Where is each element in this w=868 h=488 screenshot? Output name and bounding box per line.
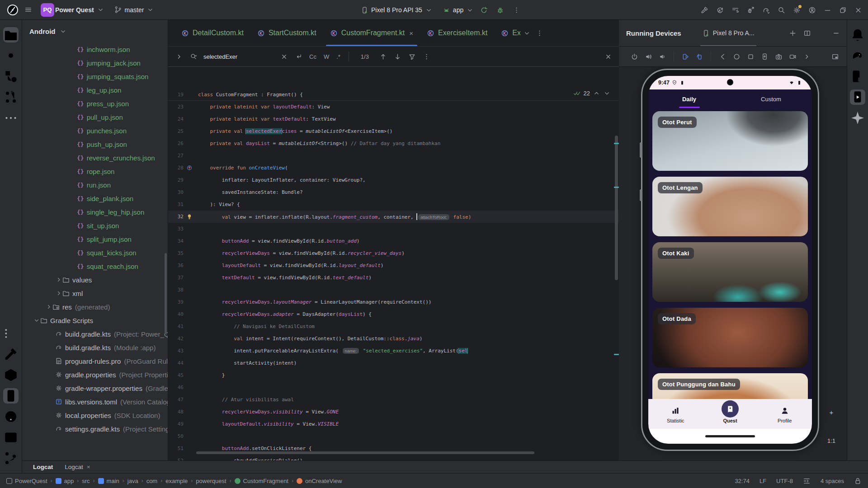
code-line[interactable]: 48recyclerViewDays.visibility = View.GON… <box>168 406 619 418</box>
chevron-right-icon[interactable] <box>55 290 62 297</box>
home-icon[interactable] <box>730 50 743 63</box>
code-line[interactable]: 33 <box>168 223 619 235</box>
rerun-button[interactable] <box>477 4 490 16</box>
tool-notifications[interactable] <box>850 27 865 42</box>
tree-item[interactable]: {}jumping_squats.json <box>22 70 168 83</box>
editor-tab-Ex[interactable]: Ex <box>494 20 520 46</box>
code-line[interactable]: 45} <box>168 369 619 381</box>
search-icon[interactable] <box>775 4 788 16</box>
project-scrollbar[interactable] <box>165 253 167 334</box>
breadcrumb-item[interactable]: onCreateView <box>297 478 342 484</box>
code-line[interactable]: 49layoutDefault.visibility = View.VISIBL… <box>168 418 619 430</box>
tree-item[interactable]: {}split_jump.json <box>22 232 168 246</box>
tree-item[interactable]: build.gradle.kts(Project: Power_Quest) <box>22 327 168 341</box>
window-restore-icon[interactable] <box>836 4 849 16</box>
tool-project-folder[interactable] <box>3 27 19 42</box>
editor-tab-DetailCustom.kt[interactable]: DetailCustom.kt <box>175 20 250 46</box>
code-line[interactable]: 23private lateinit var layoutDefault: Vi… <box>168 101 619 113</box>
chevron-right-icon[interactable] <box>55 276 62 283</box>
tool-gradle[interactable] <box>850 48 865 63</box>
clear-search-icon[interactable] <box>278 50 290 63</box>
zoom-in-button[interactable]: + <box>825 405 838 419</box>
code-line[interactable]: 42val intent = Intent(requireContext(), … <box>168 333 619 345</box>
tree-item[interactable]: {}side_plank.json <box>22 192 168 205</box>
code-line[interactable]: 46 <box>168 381 619 394</box>
tree-item[interactable]: {}jumping_jack.json <box>22 56 168 70</box>
back-icon[interactable] <box>716 50 729 63</box>
app-tab-Daily[interactable]: Daily <box>648 96 730 103</box>
match-case-toggle[interactable]: Cc <box>307 52 319 61</box>
chevron-down-icon[interactable] <box>33 317 40 324</box>
exercise-card[interactable]: Otot Perut <box>652 111 808 171</box>
main-menu-icon[interactable] <box>22 4 34 16</box>
tool-commit[interactable] <box>3 48 19 63</box>
breadcrumb-item[interactable]: CustomFragment <box>235 478 288 484</box>
split-window-icon[interactable] <box>801 27 813 39</box>
chevron-right-icon[interactable] <box>800 50 813 63</box>
tree-item[interactable]: {}rope.json <box>22 164 168 178</box>
more-kebab-icon[interactable] <box>510 4 523 16</box>
phone-screen[interactable]: 9:47 DailyCustom Otot PerutOtot LenganOt… <box>648 76 812 444</box>
tool-dependencies[interactable] <box>3 367 19 383</box>
exercise-card[interactable]: Otot Kaki <box>652 242 808 302</box>
tree-item[interactable]: gradle-wrapper.properties(Gradle Version… <box>22 381 168 395</box>
more-kebab-icon[interactable] <box>420 50 433 63</box>
previous-match-icon[interactable] <box>377 50 390 63</box>
caret-position[interactable]: 32:74 <box>735 478 750 484</box>
tree-item[interactable]: local.properties(SDK Location) <box>22 408 168 422</box>
code-line[interactable]: 43intent.putParcelableArrayListExtra( na… <box>168 345 619 357</box>
breadcrumb-item[interactable]: java <box>127 478 138 484</box>
code-line[interactable]: 47// Atur visibilitas awal <box>168 394 619 406</box>
power-icon[interactable] <box>628 50 641 63</box>
breadcrumb-item[interactable]: PowerQuest <box>6 478 47 484</box>
picture-in-picture-icon[interactable] <box>829 50 841 63</box>
tree-item[interactable]: xml <box>22 286 168 300</box>
tree-item[interactable]: res(generated) <box>22 300 168 314</box>
tab-options-kebab-icon[interactable] <box>533 27 546 39</box>
next-match-icon[interactable] <box>392 50 404 63</box>
tool-structure[interactable] <box>3 69 19 84</box>
code-line[interactable]: 31): View? { <box>168 198 619 211</box>
tab-list-chevron-icon[interactable] <box>520 27 533 39</box>
search-filter-icon[interactable] <box>406 50 419 63</box>
override-gutter-icon[interactable] <box>186 164 193 172</box>
volume-down-icon[interactable] <box>656 50 669 63</box>
tree-item[interactable]: {}squat_kicks.json <box>22 246 168 259</box>
logcat-tab[interactable]: Logcat × <box>65 464 90 470</box>
branch-selector[interactable]: master <box>114 6 155 14</box>
tree-item[interactable]: values <box>22 273 168 286</box>
code-line[interactable]: 35recyclerViewDays = view.findViewById(R… <box>168 247 619 259</box>
indent-setting[interactable]: 4 spaces <box>821 478 844 484</box>
newline-icon[interactable] <box>292 50 305 63</box>
hide-panel-icon[interactable] <box>830 27 842 39</box>
snapshot-icon[interactable] <box>758 50 771 63</box>
tree-item[interactable]: settings.gradle.kts(Project Settings) <box>22 422 168 436</box>
code-line[interactable]: 36layoutDefault = view.findViewById(R.id… <box>168 259 619 272</box>
code-line[interactable]: 28override fun onCreateView( <box>168 162 619 174</box>
fold-icon[interactable] <box>679 50 692 63</box>
close-find-icon[interactable] <box>602 50 614 63</box>
file-encoding[interactable]: UTF-8 <box>776 478 793 484</box>
tree-item[interactable]: {}push_up.json <box>22 137 168 151</box>
tree-item[interactable]: libs.versions.toml(Version Catalog) <box>22 395 168 408</box>
tree-item[interactable]: {}pull_up.json <box>22 110 168 124</box>
expand-replace-icon[interactable] <box>173 50 185 63</box>
build-hammer-icon[interactable] <box>698 4 711 16</box>
code-line[interactable]: 19class CustomFragment : Fragment() { <box>168 89 619 101</box>
screenshot-icon[interactable] <box>772 50 785 63</box>
tree-item[interactable]: Gradle Scripts <box>22 314 168 327</box>
tool-pull-requests[interactable] <box>3 89 19 105</box>
code-line[interactable]: 38 <box>168 284 619 296</box>
tool-device-manager[interactable] <box>3 388 19 404</box>
code-line[interactable]: 37textDefault = view.findViewById(R.id.t… <box>168 272 619 284</box>
editor-horizontal-scrollbar[interactable] <box>196 451 534 454</box>
editor-vertical-scrollbar[interactable] <box>615 136 618 280</box>
device-tab[interactable]: Pixel 8 Pro A... <box>700 20 756 46</box>
tree-item[interactable]: {}single_leg_hip.json <box>22 205 168 219</box>
project-view-selector[interactable]: Android <box>22 20 168 42</box>
code-line[interactable]: 32val view = inflater.inflate(R.layout.f… <box>168 211 619 223</box>
find-input[interactable]: selectedExer <box>203 53 271 60</box>
tree-item[interactable]: {}reverse_crunches.json <box>22 151 168 164</box>
nav-item-Profile[interactable]: Profile <box>757 405 812 423</box>
code-editor[interactable]: 19class CustomFragment : Fragment() {23p… <box>168 87 619 460</box>
